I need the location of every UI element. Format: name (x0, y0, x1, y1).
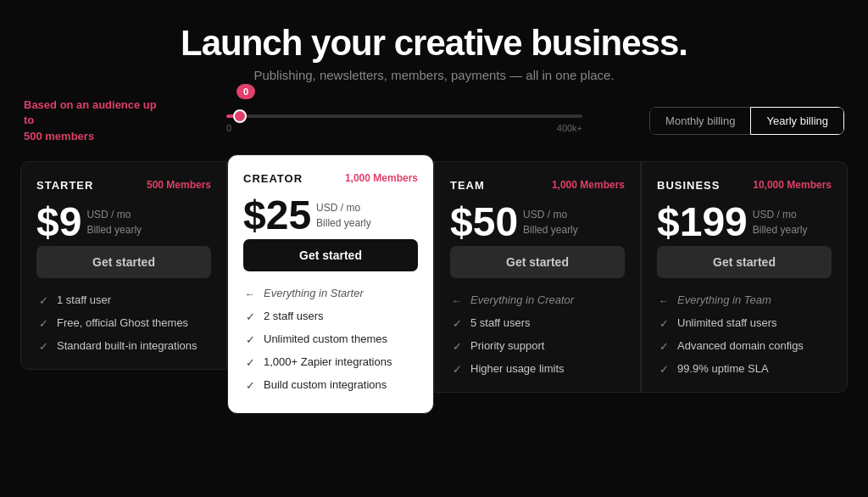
feature-item: ← Everything in Creator (450, 293, 625, 308)
feature-text: Priority support (470, 339, 544, 352)
price-meta: USD / moBilled yearly (753, 207, 808, 243)
plan-card-team: TEAM 1,000 Members $50 USD / moBilled ye… (434, 161, 641, 393)
check-icon: ✓ (450, 317, 464, 331)
check-icon: ✓ (243, 356, 257, 370)
feature-text: Free, official Ghost themes (57, 316, 188, 329)
audience-label-text: Based on an audience up to (24, 98, 157, 126)
feature-item: ✓ Free, official Ghost themes (36, 316, 211, 331)
check-icon: ✓ (243, 379, 257, 393)
billing-toggle: Monthly billing Yearly billing (649, 107, 844, 135)
feature-text: 2 staff users (264, 310, 324, 322)
feature-item: ✓ Unlimited staff users (657, 316, 832, 331)
feature-text: Unlimited custom themes (264, 332, 387, 345)
controls-row: Based on an audience up to 500 members 0… (20, 98, 848, 144)
check-icon: ✓ (243, 333, 257, 347)
members-badge: 10,000 Members (753, 179, 832, 191)
feature-item: ✓ Build custom integrations (243, 378, 418, 393)
feature-text: Standard built-in integrations (57, 339, 198, 352)
features-list: ← Everything in Creator ✓ 5 staff users … (450, 293, 625, 377)
feature-item: ← Everything in Team (657, 293, 832, 308)
price-row: $25 USD / moBilled yearly (243, 195, 418, 236)
feature-text: Everything in Starter (264, 287, 364, 299)
check-icon: ✓ (657, 317, 670, 331)
feature-item: ✓ Higher usage limits (450, 362, 625, 377)
header: Launch your creative business. Publishin… (20, 24, 848, 82)
slider-max: 400k+ (557, 123, 582, 133)
arrow-icon: ← (657, 294, 670, 308)
feature-item: ✓ 1,000+ Zapier integrations (243, 355, 418, 370)
feature-item: ✓ 1 staff user (36, 293, 211, 308)
plan-name: TEAM (450, 179, 485, 192)
check-icon: ✓ (657, 363, 670, 377)
check-icon: ✓ (36, 294, 50, 308)
feature-text: Build custom integrations (264, 378, 387, 391)
feature-text: Higher usage limits (470, 362, 565, 375)
card-header: BUSINESS 10,000 Members (657, 179, 832, 192)
plan-name: CREATOR (243, 172, 303, 185)
plan-card-starter: STARTER 500 Members $9 USD / moBilled ye… (20, 161, 227, 370)
slider-labels: 0 400k+ (226, 123, 582, 133)
members-badge: 500 Members (147, 179, 211, 191)
card-header: CREATOR 1,000 Members (243, 172, 418, 185)
slider-container: 0 0 400k+ (226, 108, 582, 133)
feature-text: Everything in Creator (470, 293, 574, 306)
members-badge: 1,000 Members (345, 172, 418, 184)
price-row: $50 USD / moBilled yearly (450, 202, 625, 243)
feature-text: 1,000+ Zapier integrations (264, 355, 392, 368)
features-list: ← Everything in Team ✓ Unlimited staff u… (657, 293, 832, 377)
feature-text: 1 staff user (57, 293, 111, 306)
page-subtitle: Publishing, newsletters, members, paymen… (20, 68, 848, 82)
price-row: $9 USD / moBilled yearly (36, 202, 211, 243)
plan-name: BUSINESS (657, 179, 720, 192)
feature-item: ✓ Priority support (450, 339, 625, 354)
page-title: Launch your creative business. (20, 24, 848, 63)
audience-highlight: 500 members (24, 130, 94, 142)
get-started-btn[interactable]: Get started (450, 246, 625, 278)
check-icon: ✓ (243, 310, 257, 324)
features-list: ← Everything in Starter ✓ 2 staff users … (243, 287, 418, 393)
yearly-billing-btn[interactable]: Yearly billing (750, 107, 844, 135)
feature-text: Everything in Team (677, 293, 771, 306)
card-header: STARTER 500 Members (36, 179, 211, 192)
feature-item: ✓ Unlimited custom themes (243, 332, 418, 347)
price-row: $199 USD / moBilled yearly (657, 202, 832, 243)
arrow-icon: ← (243, 288, 257, 301)
slider-bubble: 0 (236, 84, 255, 99)
members-badge: 1,000 Members (552, 179, 625, 191)
check-icon: ✓ (657, 340, 670, 354)
card-header: TEAM 1,000 Members (450, 179, 625, 192)
check-icon: ✓ (450, 363, 464, 377)
feature-text: 5 staff users (470, 316, 531, 329)
feature-item: ✓ Standard built-in integrations (36, 339, 211, 354)
feature-item: ← Everything in Starter (243, 287, 418, 301)
price-amount: $9 (36, 202, 81, 243)
plan-name: STARTER (36, 179, 93, 192)
pricing-grid: STARTER 500 Members $9 USD / moBilled ye… (20, 161, 848, 414)
price-amount: $50 (450, 202, 518, 243)
get-started-btn[interactable]: Get started (243, 239, 418, 271)
features-list: ✓ 1 staff user ✓ Free, official Ghost th… (36, 293, 211, 354)
price-meta: USD / moBilled yearly (316, 200, 371, 236)
feature-text: Unlimited staff users (677, 316, 777, 329)
price-amount: $199 (657, 202, 748, 243)
plan-card-creator: CREATOR 1,000 Members $25 USD / moBilled… (227, 154, 434, 414)
arrow-icon: ← (450, 294, 464, 308)
check-icon: ✓ (36, 340, 50, 354)
plan-card-business: BUSINESS 10,000 Members $199 USD / moBil… (641, 161, 848, 393)
feature-text: Advanced domain configs (677, 339, 804, 352)
get-started-btn[interactable]: Get started (36, 246, 211, 278)
page: Launch your creative business. Publishin… (0, 0, 868, 497)
feature-item: ✓ 5 staff users (450, 316, 625, 331)
price-meta: USD / moBilled yearly (86, 207, 142, 243)
slider-track[interactable] (226, 114, 582, 118)
price-amount: $25 (243, 195, 311, 236)
feature-item: ✓ 99.9% uptime SLA (657, 362, 832, 377)
price-meta: USD / moBilled yearly (523, 207, 578, 243)
get-started-btn[interactable]: Get started (657, 246, 832, 278)
slider-thumb[interactable] (233, 109, 247, 123)
feature-item: ✓ Advanced domain configs (657, 339, 832, 354)
monthly-billing-btn[interactable]: Monthly billing (649, 107, 750, 135)
feature-item: ✓ 2 staff users (243, 310, 418, 324)
feature-text: 99.9% uptime SLA (677, 362, 769, 375)
audience-label: Based on an audience up to 500 members (24, 98, 159, 144)
